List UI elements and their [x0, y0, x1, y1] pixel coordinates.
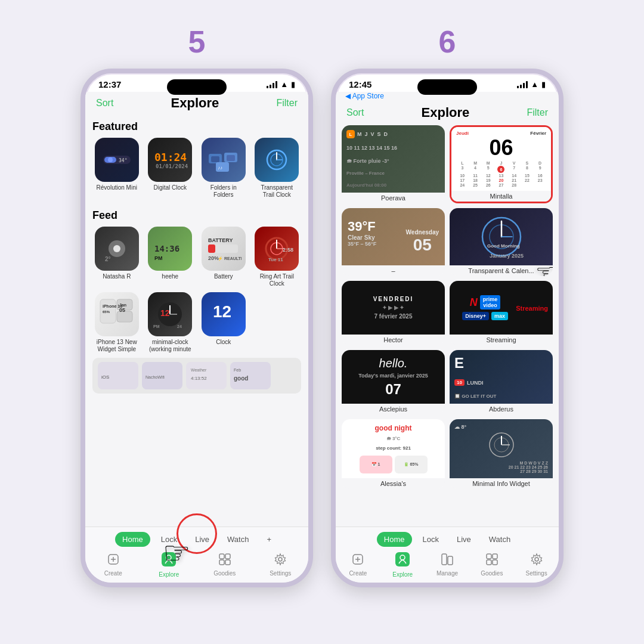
widget-alessias[interactable]: good night 🌧 3°C step count: 921 📅 1 🔋 6… [342, 419, 445, 489]
app-name-revolution: Révolution Mini [97, 184, 137, 191]
svg-rect-82 [448, 556, 453, 565]
widget-streaming-img: N primevideo Disney+ max Streaming [450, 281, 553, 335]
explore-title-6: Explore [422, 105, 470, 120]
widget-hector[interactable]: VENDREDI ✦ ▶ ▶ ✦ 7 février 2025 Hector [342, 281, 445, 345]
app-item-transparent[interactable]: Transparent Trail Clock [253, 138, 302, 199]
svg-text:24: 24 [177, 324, 182, 329]
svg-rect-86 [493, 560, 497, 565]
nav-create-6[interactable]: Create [340, 553, 376, 577]
app-name-folders: Folders in Folders [202, 184, 246, 199]
bottom-nav-5: Create Explore [85, 549, 308, 579]
svg-text:01:24: 01:24 [154, 151, 187, 163]
nav-settings-6[interactable]: Settings [519, 553, 555, 577]
explore-header-6: Sort Explore Filter [336, 101, 559, 125]
tab-lock-6[interactable]: Lock [416, 532, 446, 547]
phone-5: 12:37 ▲ ▮ Sort Expl [80, 69, 313, 587]
tab-live-6[interactable]: Live [450, 532, 478, 547]
widget-type-tabs-5: Home Lock Live Watch + [85, 530, 308, 549]
app-item-empty-5 [253, 292, 302, 353]
sort-button-6[interactable]: Sort [346, 107, 364, 118]
widget-row-2-6: 39°F Clear Sky 35°F – 56°F Wednesday05 – [342, 208, 553, 276]
wifi-icon-5: ▲ [280, 80, 288, 89]
create-icon-6 [351, 553, 364, 569]
app-item-revolution[interactable]: 34° Révolution Mini [92, 138, 141, 199]
app-name-transparent: Transparent Trail Clock [255, 184, 299, 199]
widget-hector-img: VENDREDI ✦ ▶ ▶ ✦ 7 février 2025 [342, 281, 445, 335]
widget-mintalla[interactable]: Jeudi Février 06 LMMJVSD 3456789 1011121… [450, 125, 553, 203]
nav-create-5[interactable]: Create [95, 553, 131, 577]
tab-home-5[interactable]: Home [115, 532, 150, 547]
widget-weather[interactable]: 39°F Clear Sky 35°F – 56°F Wednesday05 – [342, 208, 445, 276]
svg-text:12: 12 [213, 302, 231, 321]
app-item-natasha[interactable]: 2° Natasha R [92, 227, 141, 287]
widget-asclepius-img: hello. Today's mardi, janvier 2025 07 [342, 350, 445, 404]
svg-rect-59 [162, 552, 176, 566]
app-icon-battery: BATTERY 20% ⚡ REAULTING [202, 227, 246, 271]
phone-5-content: Featured 34° Révolution [85, 116, 308, 527]
svg-text:05: 05 [119, 307, 125, 313]
widget-transparent-img: January 2025 Good Morning [450, 208, 553, 265]
step-5-container: 5 12:37 ▲ ▮ [80, 24, 313, 587]
explore-icon-6 [395, 552, 410, 570]
cal-big-date: 06 [489, 137, 513, 159]
app-item-ring-art[interactable]: Tue 11 2:58 Ring Art Trail Clock [253, 227, 302, 287]
sort-button-5[interactable]: Sort [96, 98, 113, 109]
settings-icon-6 [530, 553, 543, 569]
app-icon-folders: ♪♪ [202, 138, 246, 182]
filter-button-6[interactable]: Filter [527, 107, 548, 118]
nav-explore-6[interactable]: Explore [385, 552, 420, 578]
nav-goodies-5[interactable]: Goodies [207, 553, 243, 577]
netflix-icon: N [470, 296, 478, 309]
tab-more-5[interactable]: + [259, 532, 278, 547]
tab-lock-5[interactable]: Lock [154, 532, 184, 547]
phone-6-content: L M J V S D 10 11 12 13 14 15 16 🌧 Forte… [336, 125, 559, 527]
app-icon-revolution: 34° [95, 138, 139, 182]
svg-rect-61 [219, 554, 224, 559]
svg-text:65%: 65% [103, 310, 110, 314]
widget-abderus[interactable]: E 10 LUNDI 🔲 GO LET IT OUT Abderus [450, 350, 553, 414]
filter-button-5[interactable]: Filter [276, 98, 298, 109]
app-icon-clock: 12 [202, 292, 246, 336]
widget-alessias-label: Alessia's [342, 478, 445, 489]
app-name-digital: Digital Clock [153, 184, 187, 191]
widget-minimal-info[interactable]: ☁ 8° M D W D V Z Z [450, 419, 553, 489]
widget-row-3-6: VENDREDI ✦ ▶ ▶ ✦ 7 février 2025 Hector N… [342, 281, 553, 345]
app-item-clock[interactable]: 12 Clock [199, 292, 248, 353]
svg-text:January 2025: January 2025 [490, 253, 524, 259]
nav-explore-5[interactable]: Explore [151, 552, 187, 578]
nav-manage-6[interactable]: Manage [429, 553, 465, 577]
app-name-clock: Clock [216, 339, 231, 346]
nav-settings-label-6: Settings [526, 570, 547, 577]
tab-watch-5[interactable]: Watch [220, 532, 256, 547]
svg-rect-9 [227, 155, 235, 161]
phone-5-screen: Sort Explore Filter Featured [85, 92, 308, 583]
tab-watch-6[interactable]: Watch [482, 532, 518, 547]
app-item-digital[interactable]: 01:24 01/01/2024 Digital Clock [146, 138, 195, 199]
tab-home-6[interactable]: Home [377, 532, 412, 547]
svg-text:Good Morning: Good Morning [487, 243, 520, 249]
phone-6-screen: ◀ App Store Sort Explore Filter [336, 92, 559, 583]
svg-text:01/01/2024: 01/01/2024 [156, 163, 188, 169]
widget-poerava[interactable]: L M J V S D 10 11 12 13 14 15 16 🌧 Forte… [342, 125, 445, 203]
app-icon-heehe: 14:36 PM [148, 227, 192, 271]
nav-settings-label-5: Settings [270, 570, 291, 577]
widget-hector-label: Hector [342, 335, 445, 345]
widget-transparent-cal[interactable]: January 2025 Good Morning Transparent & … [450, 208, 553, 276]
app-item-battery[interactable]: BATTERY 20% ⚡ REAULTING Battery [199, 227, 248, 287]
goodies-icon-6 [485, 553, 499, 569]
widget-asclepius[interactable]: hello. Today's mardi, janvier 2025 07 As… [342, 350, 445, 414]
manage-icon-6 [441, 553, 454, 569]
nav-settings-5[interactable]: Settings [262, 553, 298, 577]
widget-abderus-label: Abderus [450, 404, 553, 414]
svg-text:♪♪: ♪♪ [218, 165, 222, 171]
nav-goodies-6[interactable]: Goodies [474, 553, 510, 577]
status-icons-5: ▲ ▮ [267, 80, 295, 89]
app-item-minimal-clock[interactable]: 12 PM 24 minimal-clock (working minute [146, 292, 195, 353]
tab-live-5[interactable]: Live [188, 532, 216, 547]
app-item-iphone13[interactable]: iPhone 13 65% Jan 05 iPhone 13 New Widge… [92, 292, 141, 353]
widget-mintalla-label: Mintalla [451, 191, 551, 202]
app-item-heehe[interactable]: 14:36 PM heehe [146, 227, 195, 287]
svg-rect-85 [487, 560, 491, 565]
widget-streaming[interactable]: N primevideo Disney+ max Streaming Strea… [450, 281, 553, 345]
app-item-folders[interactable]: ♪♪ Folders in Folders [199, 138, 248, 199]
